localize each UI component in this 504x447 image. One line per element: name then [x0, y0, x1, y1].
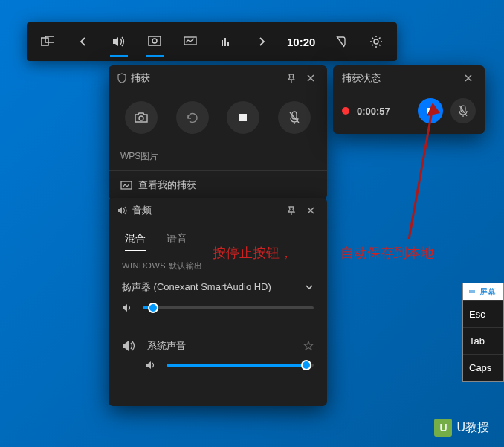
screenshot-button[interactable] — [125, 101, 158, 134]
shield-icon — [117, 73, 126, 83]
audio-header-icon — [117, 206, 128, 215]
gallery-icon — [120, 181, 132, 190]
pin-icon[interactable] — [284, 205, 299, 216]
svg-rect-11 — [239, 114, 247, 121]
divider — [109, 327, 327, 327]
stop-recording-button[interactable] — [418, 98, 443, 123]
watermark-icon: U — [434, 419, 452, 437]
audio-panel: 音频 混合 语音 WINDOWS 默认输出 扬声器 (Conexant Smar… — [109, 198, 327, 406]
status-body: 0:00:57 — [333, 91, 485, 134]
annotation-press-stop: 按停止按钮， — [213, 244, 293, 262]
audio-icon[interactable] — [101, 25, 137, 58]
next-icon[interactable] — [244, 25, 280, 58]
mic-mute-button[interactable] — [450, 98, 476, 123]
system-volume-row — [109, 356, 327, 381]
performance-icon[interactable] — [172, 25, 208, 58]
svg-rect-15 — [427, 108, 433, 114]
system-sound-row: 系统声音 — [109, 330, 327, 356]
speaker-icon — [122, 303, 134, 313]
svg-rect-4 — [184, 37, 196, 45]
svg-rect-0 — [41, 38, 48, 45]
svg-point-9 — [374, 39, 378, 44]
svg-rect-6 — [224, 38, 226, 46]
annotation-auto-save: 自动保存到本地 — [340, 244, 434, 262]
svg-rect-14 — [121, 181, 132, 189]
tab-mix[interactable]: 混合 — [125, 228, 146, 251]
gamebar-clock: 10:20 — [280, 36, 323, 48]
recording-dot-icon — [342, 107, 349, 115]
speaker-icon — [122, 339, 137, 353]
speaker-icon — [146, 360, 158, 370]
speaker-volume-row — [109, 298, 327, 324]
audio-header: 音频 — [109, 198, 327, 223]
svg-rect-7 — [227, 42, 229, 46]
capture-panel: 捕获 WPS图片 查看我的捕获 — [109, 65, 327, 199]
stop-record-button[interactable] — [227, 101, 259, 134]
no-capture-icon[interactable] — [323, 25, 358, 58]
settings-icon[interactable] — [358, 25, 394, 58]
capture-app-label: WPS图片 — [109, 146, 327, 170]
mic-toggle-button[interactable] — [278, 101, 311, 134]
pin-icon[interactable] — [284, 73, 299, 83]
speaker-volume-slider[interactable] — [143, 306, 314, 309]
capture-header: 捕获 — [109, 65, 327, 91]
svg-rect-5 — [222, 40, 223, 46]
svg-point-10 — [139, 116, 143, 120]
watermark-text: U教授 — [456, 420, 489, 436]
gamebar-toolbar: 10:20 — [27, 22, 397, 61]
system-sound-label: 系统声音 — [147, 339, 293, 353]
close-icon[interactable] — [303, 206, 318, 215]
system-volume-slider[interactable] — [167, 364, 314, 367]
capture-status-panel: 捕获状态 0:00:57 — [333, 65, 485, 134]
recording-timer: 0:00:57 — [357, 106, 410, 117]
osk-key-esc[interactable]: Esc — [463, 300, 503, 327]
osk-title: 屏幕 — [463, 283, 503, 300]
close-icon[interactable] — [303, 74, 318, 83]
onscreen-keyboard: 屏幕 Esc Tab Caps — [462, 283, 504, 382]
svg-line-8 — [337, 36, 344, 47]
svg-rect-2 — [149, 36, 161, 45]
osk-key-tab[interactable]: Tab — [463, 327, 503, 354]
chevron-down-icon — [305, 284, 314, 290]
capture-title: 捕获 — [131, 71, 150, 85]
star-icon[interactable] — [303, 341, 314, 351]
status-title: 捕获状态 — [342, 71, 381, 85]
xbox-social-icon[interactable] — [208, 25, 244, 58]
close-icon[interactable] — [461, 74, 476, 83]
watermark: U U教授 — [434, 419, 489, 437]
view-captures-label: 查看我的捕获 — [138, 179, 196, 192]
svg-point-3 — [152, 39, 157, 43]
capture-icon[interactable] — [137, 25, 172, 58]
tab-voice[interactable]: 语音 — [167, 228, 187, 251]
osk-key-caps[interactable]: Caps — [463, 354, 503, 381]
status-header: 捕获状态 — [333, 65, 485, 91]
capture-button-row — [109, 91, 327, 146]
widgets-icon[interactable] — [30, 25, 65, 58]
prev-icon[interactable] — [65, 25, 101, 58]
output-device-row[interactable]: 扬声器 (Conexant SmartAudio HD) — [109, 276, 327, 298]
view-captures-link[interactable]: 查看我的捕获 — [109, 170, 327, 199]
audio-title: 音频 — [132, 204, 152, 217]
record-last-button[interactable] — [176, 101, 209, 134]
output-device-name: 扬声器 (Conexant SmartAudio HD) — [122, 280, 271, 294]
svg-rect-1 — [45, 36, 54, 42]
